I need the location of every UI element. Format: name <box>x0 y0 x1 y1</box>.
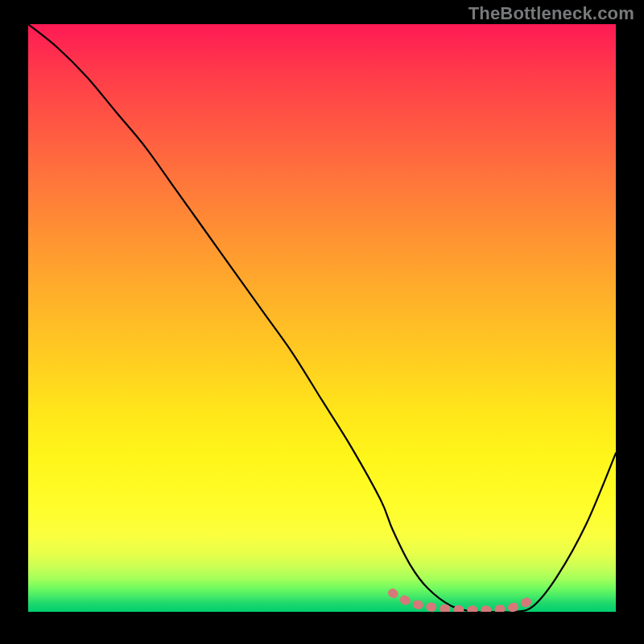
chart-svg <box>28 24 616 612</box>
chart-frame: TheBottleneck.com <box>0 0 644 644</box>
bottleneck-curve <box>28 24 616 612</box>
safe-zone-marker <box>393 593 534 610</box>
plot-area <box>28 24 616 612</box>
watermark-text: TheBottleneck.com <box>469 3 634 24</box>
